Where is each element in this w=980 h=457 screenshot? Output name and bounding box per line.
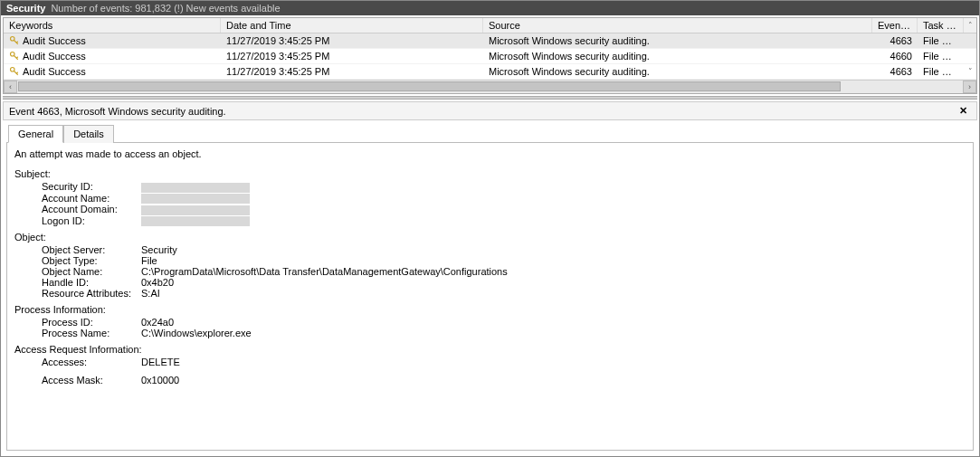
detail-body: An attempt was made to access an object.…	[6, 142, 974, 451]
detail-tabs: General Details	[3, 120, 977, 142]
access-mask-value: 0x10000	[141, 375, 966, 386]
process-info-label: Process Information:	[14, 304, 966, 315]
col-header-date[interactable]: Date and Time	[221, 18, 483, 33]
event-viewer-window: Security Number of events: 981,832 (!) N…	[0, 0, 980, 457]
scroll-down-icon[interactable]: ˅	[964, 67, 976, 76]
resource-attr-label: Resource Attributes:	[14, 288, 141, 299]
cell-keywords: Audit Success	[4, 33, 221, 48]
horizontal-scrollbar[interactable]: ‹ ›	[4, 80, 976, 93]
event-count: Number of events: 981,832 (!) New events…	[51, 3, 280, 14]
scroll-up-icon[interactable]: ˄	[964, 18, 976, 33]
splitter[interactable]	[3, 96, 977, 100]
tab-general[interactable]: General	[8, 125, 63, 143]
handle-id-label: Handle ID:	[14, 277, 141, 288]
security-id-value	[141, 181, 966, 193]
logon-id-label: Logon ID:	[14, 215, 141, 227]
cell-task: File System	[918, 49, 964, 63]
object-type-value: File	[141, 255, 966, 266]
scroll-right-icon[interactable]: ›	[963, 81, 976, 93]
process-name-value: C:\Windows\explorer.exe	[141, 328, 966, 338]
accesses-label: Accesses:	[14, 357, 141, 367]
detail-header: Event 4663, Microsoft Windows security a…	[3, 101, 977, 120]
handle-id-value: 0x4b20	[141, 277, 966, 288]
col-header-keywords[interactable]: Keywords	[4, 18, 221, 33]
object-type-label: Object Type:	[14, 255, 141, 266]
table-row[interactable]: Audit Success11/27/2019 3:45:25 PMMicros…	[4, 33, 976, 49]
scroll-left-icon[interactable]: ‹	[4, 81, 17, 93]
object-server-label: Object Server:	[14, 244, 141, 255]
cell-date: 11/27/2019 3:45:25 PM	[221, 49, 483, 63]
cell-date: 11/27/2019 3:45:25 PM	[221, 64, 483, 79]
svg-line-5	[16, 57, 18, 59]
resource-attr-value: S:AI	[141, 288, 966, 299]
scroll-track[interactable]	[17, 81, 963, 93]
titlebar: Security Number of events: 981,832 (!) N…	[1, 1, 979, 15]
table-row[interactable]: Audit Success11/27/2019 3:45:25 PMMicros…	[4, 64, 976, 80]
cell-source: Microsoft Windows security auditing.	[483, 64, 872, 79]
col-header-source[interactable]: Source	[483, 18, 872, 33]
col-header-event-id[interactable]: Event ID	[872, 18, 918, 33]
account-name-label: Account Name:	[14, 193, 141, 205]
cell-event-id: 4663	[872, 64, 918, 79]
event-message: An attempt was made to access an object.	[14, 148, 966, 159]
detail-title-text: Event 4663, Microsoft Windows security a…	[9, 106, 226, 117]
account-name-value	[141, 193, 966, 205]
account-domain-label: Account Domain:	[14, 204, 141, 215]
object-label: Object:	[14, 232, 966, 243]
subject-label: Subject:	[14, 168, 966, 179]
logon-id-value	[141, 215, 966, 227]
cell-date: 11/27/2019 3:45:25 PM	[221, 33, 483, 48]
cell-keywords: Audit Success	[4, 64, 221, 79]
log-name: Security	[6, 3, 45, 14]
scroll-thumb[interactable]	[18, 81, 841, 91]
accesses-value: DELETE	[141, 357, 966, 367]
svg-line-8	[16, 72, 18, 74]
close-icon[interactable]: ✕	[956, 105, 971, 117]
svg-line-2	[16, 42, 18, 43]
process-id-value: 0x24a0	[141, 317, 966, 328]
cell-source: Microsoft Windows security auditing.	[483, 49, 872, 63]
cell-keywords: Audit Success	[4, 49, 221, 63]
cell-task: File System	[918, 64, 964, 79]
process-id-label: Process ID:	[14, 317, 141, 328]
event-grid: Keywords Date and Time Source Event ID T…	[3, 17, 977, 94]
object-name-value: C:\ProgramData\Microsoft\Data Transfer\D…	[141, 266, 966, 277]
grid-header: Keywords Date and Time Source Event ID T…	[4, 18, 976, 33]
cell-source: Microsoft Windows security auditing.	[483, 33, 872, 48]
grid-body: Audit Success11/27/2019 3:45:25 PMMicros…	[4, 33, 976, 80]
access-req-label: Access Request Information:	[14, 344, 966, 355]
process-name-label: Process Name:	[14, 328, 141, 338]
cell-event-id: 4663	[872, 33, 918, 48]
object-server-value: Security	[141, 244, 966, 255]
access-mask-label: Access Mask:	[14, 375, 141, 386]
security-id-label: Security ID:	[14, 181, 141, 193]
cell-event-id: 4660	[872, 49, 918, 63]
cell-task: File System	[918, 33, 964, 48]
object-name-label: Object Name:	[14, 266, 141, 277]
tab-details[interactable]: Details	[63, 125, 114, 143]
table-row[interactable]: Audit Success11/27/2019 3:45:25 PMMicros…	[4, 49, 976, 64]
account-domain-value	[141, 204, 966, 215]
col-header-task[interactable]: Task Category	[918, 18, 964, 33]
